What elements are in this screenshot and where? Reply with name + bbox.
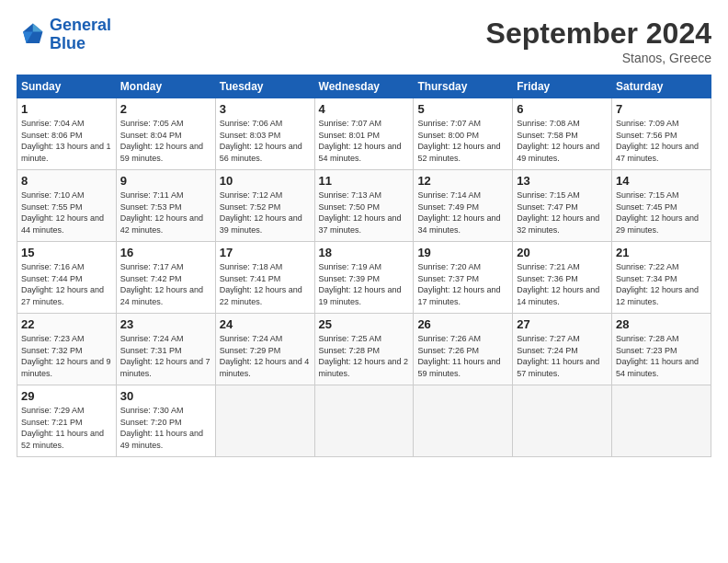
calendar-cell: 19Sunrise: 7:20 AMSunset: 7:37 PMDayligh… [414,242,513,314]
day-number: 3 [220,102,311,116]
calendar-cell: 29Sunrise: 7:29 AMSunset: 7:21 PMDayligh… [17,385,117,457]
day-detail: Sunrise: 7:28 AMSunset: 7:23 PMDaylight:… [616,333,707,379]
day-detail: Sunrise: 7:25 AMSunset: 7:28 PMDaylight:… [319,333,410,379]
day-number: 12 [417,174,508,188]
calendar-week-4: 22Sunrise: 7:23 AMSunset: 7:32 PMDayligh… [17,314,711,385]
day-detail: Sunrise: 7:26 AMSunset: 7:26 PMDaylight:… [417,333,508,379]
calendar-week-2: 8Sunrise: 7:10 AMSunset: 7:55 PMDaylight… [17,170,711,242]
day-number: 5 [417,102,508,116]
day-number: 21 [616,246,707,259]
calendar-cell: 2Sunrise: 7:05 AMSunset: 8:04 PMDaylight… [116,98,215,170]
calendar-cell [414,385,513,457]
calendar-cell: 17Sunrise: 7:18 AMSunset: 7:41 PMDayligh… [215,242,314,314]
day-detail: Sunrise: 7:29 AMSunset: 7:21 PMDaylight:… [21,405,112,451]
day-number: 4 [319,102,410,116]
calendar-cell: 1Sunrise: 7:04 AMSunset: 8:06 PMDaylight… [17,98,117,170]
weekday-header-monday: Monday [116,75,215,98]
day-number: 6 [517,102,608,116]
day-detail: Sunrise: 7:05 AMSunset: 8:04 PMDaylight:… [120,118,211,164]
day-detail: Sunrise: 7:07 AMSunset: 8:00 PMDaylight:… [417,118,508,164]
location: Stanos, Greece [486,51,711,65]
weekday-header-wednesday: Wednesday [314,75,414,98]
day-number: 16 [120,246,211,259]
logo-text: General Blue [50,17,111,53]
calendar-cell: 4Sunrise: 7:07 AMSunset: 8:01 PMDaylight… [314,98,414,170]
calendar-cell: 14Sunrise: 7:15 AMSunset: 7:45 PMDayligh… [612,170,711,242]
header: General Blue September 2024 Stanos, Gree… [17,17,711,65]
calendar-cell [612,385,711,457]
day-detail: Sunrise: 7:17 AMSunset: 7:42 PMDaylight:… [120,261,211,307]
calendar-cell: 10Sunrise: 7:12 AMSunset: 7:52 PMDayligh… [215,170,314,242]
day-number: 29 [21,389,112,403]
calendar-cell: 16Sunrise: 7:17 AMSunset: 7:42 PMDayligh… [116,242,215,314]
day-detail: Sunrise: 7:07 AMSunset: 8:01 PMDaylight:… [319,118,410,164]
calendar-cell: 20Sunrise: 7:21 AMSunset: 7:36 PMDayligh… [513,242,612,314]
day-detail: Sunrise: 7:20 AMSunset: 7:37 PMDaylight:… [417,261,508,307]
logo-icon [17,20,46,50]
day-detail: Sunrise: 7:22 AMSunset: 7:34 PMDaylight:… [616,261,707,307]
weekday-header-tuesday: Tuesday [215,75,314,98]
day-number: 14 [616,174,707,188]
logo-blue: Blue [50,34,85,52]
calendar-cell [215,385,314,457]
calendar-cell: 27Sunrise: 7:27 AMSunset: 7:24 PMDayligh… [513,314,612,385]
day-number: 24 [220,317,311,331]
calendar-cell [513,385,612,457]
calendar-cell: 26Sunrise: 7:26 AMSunset: 7:26 PMDayligh… [414,314,513,385]
calendar-cell: 24Sunrise: 7:24 AMSunset: 7:29 PMDayligh… [215,314,314,385]
day-number: 19 [417,246,508,259]
calendar-cell: 8Sunrise: 7:10 AMSunset: 7:55 PMDaylight… [17,170,117,242]
day-detail: Sunrise: 7:19 AMSunset: 7:39 PMDaylight:… [319,261,410,307]
month-title: September 2024 [486,17,711,51]
day-detail: Sunrise: 7:15 AMSunset: 7:47 PMDaylight:… [517,190,608,236]
day-number: 25 [319,317,410,331]
calendar-cell: 5Sunrise: 7:07 AMSunset: 8:00 PMDaylight… [414,98,513,170]
day-detail: Sunrise: 7:16 AMSunset: 7:44 PMDaylight:… [21,261,112,307]
day-number: 8 [21,174,112,188]
day-detail: Sunrise: 7:18 AMSunset: 7:41 PMDaylight:… [220,261,311,307]
page: General Blue September 2024 Stanos, Gree… [0,0,728,563]
day-detail: Sunrise: 7:23 AMSunset: 7:32 PMDaylight:… [21,333,112,379]
calendar-cell: 9Sunrise: 7:11 AMSunset: 7:53 PMDaylight… [116,170,215,242]
calendar-cell: 6Sunrise: 7:08 AMSunset: 7:58 PMDaylight… [513,98,612,170]
day-detail: Sunrise: 7:12 AMSunset: 7:52 PMDaylight:… [220,190,311,236]
day-number: 2 [120,102,211,116]
calendar-cell: 11Sunrise: 7:13 AMSunset: 7:50 PMDayligh… [314,170,414,242]
day-number: 11 [319,174,410,188]
day-detail: Sunrise: 7:08 AMSunset: 7:58 PMDaylight:… [517,118,608,164]
calendar-week-5: 29Sunrise: 7:29 AMSunset: 7:21 PMDayligh… [17,385,711,457]
day-number: 9 [120,174,211,188]
calendar-cell: 21Sunrise: 7:22 AMSunset: 7:34 PMDayligh… [612,242,711,314]
day-detail: Sunrise: 7:27 AMSunset: 7:24 PMDaylight:… [517,333,608,379]
day-detail: Sunrise: 7:24 AMSunset: 7:29 PMDaylight:… [220,333,311,379]
day-detail: Sunrise: 7:09 AMSunset: 7:56 PMDaylight:… [616,118,707,164]
day-detail: Sunrise: 7:06 AMSunset: 8:03 PMDaylight:… [220,118,311,164]
calendar-cell: 3Sunrise: 7:06 AMSunset: 8:03 PMDaylight… [215,98,314,170]
calendar-cell [314,385,414,457]
day-detail: Sunrise: 7:04 AMSunset: 8:06 PMDaylight:… [21,118,112,164]
calendar-cell: 22Sunrise: 7:23 AMSunset: 7:32 PMDayligh… [17,314,117,385]
day-detail: Sunrise: 7:11 AMSunset: 7:53 PMDaylight:… [120,190,211,236]
logo-general: General [50,16,111,34]
title-block: September 2024 Stanos, Greece [486,17,711,65]
day-number: 15 [21,246,112,259]
svg-marker-1 [33,23,43,31]
day-number: 23 [120,317,211,331]
weekday-header-friday: Friday [513,75,612,98]
day-number: 30 [120,389,211,403]
day-number: 1 [21,102,112,116]
day-detail: Sunrise: 7:21 AMSunset: 7:36 PMDaylight:… [517,261,608,307]
day-number: 20 [517,246,608,259]
day-detail: Sunrise: 7:30 AMSunset: 7:20 PMDaylight:… [120,405,211,451]
calendar-week-1: 1Sunrise: 7:04 AMSunset: 8:06 PMDaylight… [17,98,711,170]
calendar-cell: 15Sunrise: 7:16 AMSunset: 7:44 PMDayligh… [17,242,117,314]
weekday-header-thursday: Thursday [414,75,513,98]
day-detail: Sunrise: 7:10 AMSunset: 7:55 PMDaylight:… [21,190,112,236]
day-number: 26 [417,317,508,331]
day-detail: Sunrise: 7:13 AMSunset: 7:50 PMDaylight:… [319,190,410,236]
day-number: 17 [220,246,311,259]
day-number: 7 [616,102,707,116]
calendar-cell: 18Sunrise: 7:19 AMSunset: 7:39 PMDayligh… [314,242,414,314]
day-number: 28 [616,317,707,331]
day-detail: Sunrise: 7:15 AMSunset: 7:45 PMDaylight:… [616,190,707,236]
